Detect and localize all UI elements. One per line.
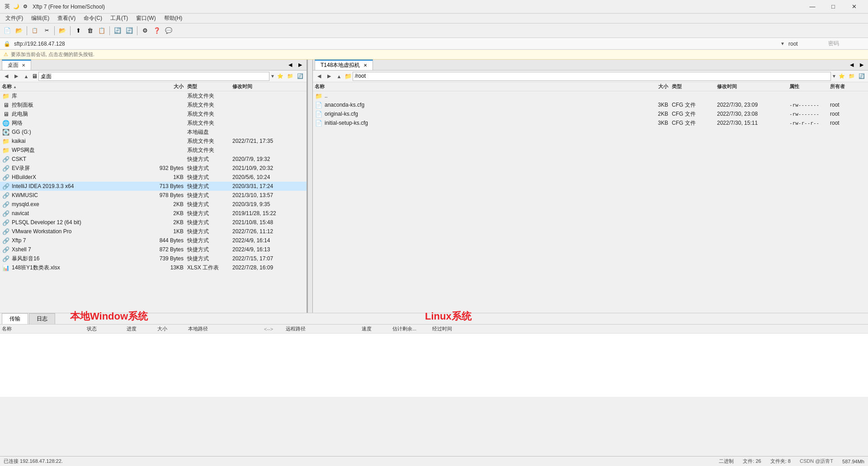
file-icon: 🔗	[2, 192, 10, 199]
left-file-row[interactable]: 🖥 此电脑 系统文件夹	[0, 109, 307, 118]
right-nav-prev[interactable]: ◀	[847, 61, 856, 70]
left-file-row[interactable]: 📁 WPS网盘 系统文件夹	[0, 146, 307, 155]
toolbar-folder[interactable]: 📂	[14, 25, 24, 36]
right-header-attr[interactable]: 属性	[789, 83, 830, 90]
left-file-row[interactable]: 🖥 控制面板 系统文件夹	[0, 100, 307, 109]
left-file-row[interactable]: 🔗 IntelliJ IDEA 2019.3.3 x64 713 Bytes 快…	[0, 182, 307, 191]
file-modified: 2022/7/30, 15:11	[717, 120, 789, 126]
left-file-row[interactable]: 🔗 EV录屏 932 Bytes 快捷方式 2021/10/9, 20:32	[0, 164, 307, 173]
left-file-row[interactable]: 🔗 KWMUSIC 978 Bytes 快捷方式 2021/3/10, 13:5…	[0, 191, 307, 200]
file-modified: 2022/4/9, 16:14	[232, 237, 305, 244]
toolbar-gear[interactable]: ⚙	[140, 25, 151, 36]
left-file-row[interactable]: 📊 148班Y1数类表.xlsx 13KB XLSX 工作表 2022/7/28…	[0, 263, 307, 272]
file-name: HBuilderX	[12, 174, 36, 180]
right-file-row[interactable]: 📄 anaconda-ks.cfg 3KB CFG 文件 2022/7/30, …	[313, 100, 868, 109]
left-forward-button[interactable]: ▶	[12, 72, 21, 81]
close-button[interactable]: ✕	[844, 0, 864, 14]
left-file-row[interactable]: 📁 kaikai 系统文件夹 2022/7/21, 17:35	[0, 137, 307, 146]
minimize-button[interactable]: —	[802, 0, 823, 14]
right-nav-next[interactable]: ▶	[857, 61, 866, 70]
menu-view[interactable]: 查看(V)	[54, 14, 79, 23]
transfer-tab[interactable]: 传输	[2, 313, 28, 324]
left-file-row[interactable]: 🔗 CSKT 快捷方式 2020/7/9, 19:32	[0, 155, 307, 164]
left-refresh-btn[interactable]: 🔄	[296, 72, 305, 81]
left-file-row[interactable]: 🔗 navicat 2KB 快捷方式 2019/11/28, 15:22	[0, 209, 307, 218]
password-field[interactable]: 密码	[828, 40, 864, 47]
menu-help[interactable]: 帮助(H)	[160, 14, 186, 23]
toolbar-refresh[interactable]: 🔄	[112, 25, 123, 36]
settings-icon[interactable]: ⚙	[22, 3, 29, 10]
status-connection: 已连接 192.168.47.128:22.	[4, 458, 63, 465]
right-tab-close[interactable]: ✕	[363, 63, 367, 68]
right-tab-remote[interactable]: T148本地虚拟机 ✕	[315, 60, 373, 71]
right-address-bar: ◀ ▶ ▲ 📁 /root ▼ ⭐ 📁 🔄	[313, 71, 868, 82]
left-header-name[interactable]: 名称 ▲	[2, 83, 151, 90]
toolbar-cut[interactable]: ✂	[41, 25, 52, 36]
left-tab-desktop[interactable]: 桌面 ✕	[2, 60, 31, 70]
menu-command[interactable]: 命令(C)	[80, 14, 106, 23]
right-file-row[interactable]: 📄 original-ks.cfg 2KB CFG 文件 2022/7/30, …	[313, 109, 868, 118]
right-up-button[interactable]: ▲	[335, 72, 344, 81]
left-file-row[interactable]: 🌐 网络 系统文件夹	[0, 118, 307, 127]
left-addr-dropdown[interactable]: ▼	[270, 74, 275, 79]
right-file-row[interactable]: 📁 ..	[313, 91, 868, 100]
menu-file[interactable]: 文件(F)	[2, 14, 27, 23]
right-bookmark-btn[interactable]: ⭐	[837, 72, 846, 81]
toolbar-back[interactable]: 📂	[57, 25, 68, 36]
left-header-type[interactable]: 类型	[187, 83, 232, 90]
left-bookmark-btn[interactable]: ⭐	[276, 72, 285, 81]
right-refresh-btn[interactable]: 🔄	[857, 72, 866, 81]
toolbar-copy1[interactable]: 📋	[29, 25, 40, 36]
left-up-button[interactable]: ▲	[22, 72, 31, 81]
left-tab-close[interactable]: ✕	[22, 63, 25, 68]
toolbar-new[interactable]: 📄	[2, 25, 13, 36]
moon-icon: 🌙	[13, 3, 20, 10]
right-addr-dropdown[interactable]: ▼	[832, 74, 836, 79]
menu-window[interactable]: 窗口(W)	[132, 14, 159, 23]
file-size: 2KB	[151, 219, 187, 226]
left-header-size[interactable]: 大小	[151, 83, 187, 90]
toolbar-sync[interactable]: 🔄	[124, 25, 135, 36]
left-file-row[interactable]: 🔗 PLSQL Developer 12 (64 bit) 2KB 快捷方式 2…	[0, 218, 307, 227]
left-back-button[interactable]: ◀	[2, 72, 11, 81]
sftp-url[interactable]: sftp://192.168.47.128	[14, 41, 777, 47]
toolbar-del[interactable]: 🗑	[85, 25, 95, 36]
right-folder-btn[interactable]: 📁	[847, 72, 856, 81]
file-name: KWMUSIC	[12, 192, 38, 198]
toolbar-help[interactable]: ❓	[151, 25, 162, 36]
toolbar-up[interactable]: ⬆	[73, 25, 84, 36]
left-file-row[interactable]: 🔗 VMware Workstation Pro 1KB 快捷方式 2022/7…	[0, 227, 307, 236]
left-file-row[interactable]: 🔗 暴风影音16 739 Bytes 快捷方式 2022/7/15, 17:07	[0, 254, 307, 263]
left-file-row[interactable]: 🔗 Xftp 7 844 Bytes 快捷方式 2022/4/9, 16:14	[0, 236, 307, 245]
left-file-row[interactable]: 📁 库 系统文件夹	[0, 91, 307, 100]
menu-tools[interactable]: 工具(T)	[107, 14, 132, 23]
left-nav-next[interactable]: ▶	[296, 61, 305, 70]
left-header-modified[interactable]: 修改时间	[232, 83, 305, 90]
file-name: Xftp 7	[12, 237, 26, 244]
right-header-name[interactable]: 名称	[315, 83, 636, 90]
file-size: 13KB	[151, 264, 187, 271]
menu-edit[interactable]: 编辑(E)	[28, 14, 53, 23]
maximize-button[interactable]: □	[823, 0, 844, 14]
left-nav-prev[interactable]: ◀	[286, 61, 295, 70]
username-field[interactable]: root	[788, 41, 825, 47]
right-header-size[interactable]: 大小	[636, 83, 672, 90]
left-address-input[interactable]: 桌面	[38, 72, 269, 81]
right-header-type[interactable]: 类型	[672, 83, 717, 90]
right-file-row[interactable]: 📄 initial-setup-ks.cfg 3KB CFG 文件 2022/7…	[313, 118, 868, 127]
file-name: 网络	[12, 119, 23, 127]
left-file-row[interactable]: 🔗 Xshell 7 872 Bytes 快捷方式 2022/4/9, 16:1…	[0, 245, 307, 254]
right-back-button[interactable]: ◀	[315, 72, 324, 81]
left-file-row[interactable]: 🔗 HBuilderX 1KB 快捷方式 2020/5/6, 10:24	[0, 173, 307, 182]
right-address-input[interactable]: /root	[353, 72, 831, 81]
log-tab[interactable]: 日志	[29, 313, 55, 324]
toolbar-paste[interactable]: 📋	[96, 25, 107, 36]
toolbar-msg[interactable]: 💬	[163, 25, 174, 36]
url-dropdown[interactable]: ▼	[780, 41, 785, 46]
right-header-owner[interactable]: 所有者	[830, 83, 866, 90]
left-file-row[interactable]: 🔗 mysqld.exe 2KB 快捷方式 2020/3/19, 9:35	[0, 200, 307, 209]
right-header-modified[interactable]: 修改时间	[717, 83, 789, 90]
left-file-row[interactable]: 💽 GG (G:) 本地磁盘	[0, 127, 307, 137]
right-forward-button[interactable]: ▶	[325, 72, 334, 81]
left-folder-btn[interactable]: 📁	[286, 72, 295, 81]
